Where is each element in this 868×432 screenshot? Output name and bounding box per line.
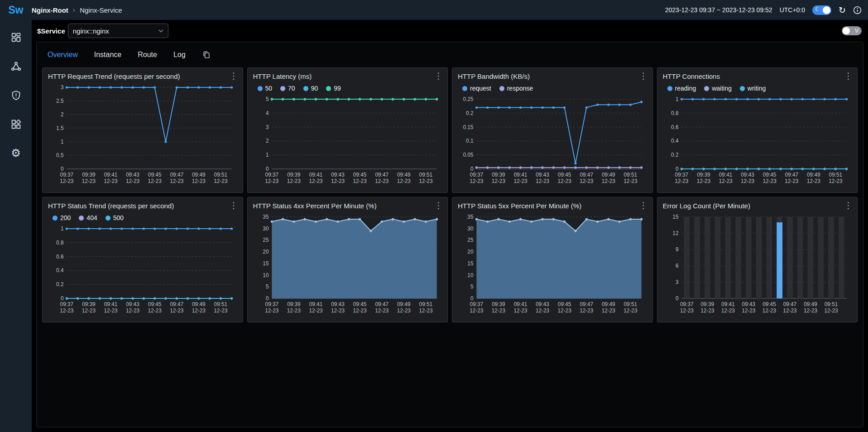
svg-text:12-23: 12-23: [470, 307, 484, 314]
svg-text:12-23: 12-23: [397, 307, 411, 314]
legend-dot: [499, 86, 504, 91]
tab-log[interactable]: Log: [173, 51, 186, 59]
svg-text:12-23: 12-23: [824, 307, 838, 314]
breadcrumb-current[interactable]: Nginx-Service: [80, 6, 122, 14]
chart-title: HTTP Status Trend (requests per second): [48, 202, 237, 210]
chart-card: HTTP Status 4xx Percent Per Minute (%) ⋮…: [247, 197, 448, 322]
refresh-icon[interactable]: ↻: [839, 6, 846, 14]
svg-text:12-23: 12-23: [148, 178, 162, 184]
sidebar-item-alerting[interactable]: [10, 89, 22, 101]
chart-menu-button[interactable]: ⋮: [639, 72, 648, 80]
chart-canvas: 01234509:3712-2309:3912-2309:4112-2309:4…: [253, 94, 442, 186]
chart-title: Error Log Count (Per Minute): [663, 202, 852, 210]
svg-text:09:39: 09:39: [492, 172, 505, 178]
sidebar-item-marketplace[interactable]: [10, 118, 22, 130]
legend-item[interactable]: response: [499, 85, 533, 92]
breadcrumb: Nginx-Root › Nginx-Service: [32, 6, 122, 14]
copy-icon[interactable]: [202, 50, 211, 59]
svg-text:12-23: 12-23: [419, 178, 433, 184]
tab-route[interactable]: Route: [138, 51, 157, 59]
time-range-picker[interactable]: 2023-12-23 09:37 ~ 2023-12-23 09:52: [665, 6, 772, 14]
svg-text:09:39: 09:39: [82, 301, 96, 307]
legend-item[interactable]: 200: [53, 214, 71, 221]
svg-text:09:45: 09:45: [148, 301, 162, 307]
svg-text:12-23: 12-23: [623, 178, 638, 184]
chart-menu-button[interactable]: ⋮: [639, 201, 648, 210]
svg-text:0.4: 0.4: [671, 138, 679, 144]
svg-text:3: 3: [265, 124, 269, 130]
legend-dot: [79, 216, 84, 221]
svg-text:12-23: 12-23: [492, 178, 506, 184]
breadcrumb-root[interactable]: Nginx-Root: [32, 6, 68, 14]
svg-text:09:43: 09:43: [536, 301, 549, 307]
chart-menu-button[interactable]: ⋮: [844, 201, 853, 210]
svg-text:12-23: 12-23: [331, 307, 345, 314]
moon-icon: ☾: [815, 6, 820, 13]
sidebar-item-topology[interactable]: [10, 60, 22, 72]
legend-item[interactable]: 404: [79, 214, 97, 221]
svg-text:09:41: 09:41: [104, 172, 118, 178]
svg-text:12-23: 12-23: [397, 178, 411, 184]
chart-plot: 0510152025303509:3712-2309:3912-2309:411…: [458, 211, 647, 316]
service-select[interactable]: nginx::nginx: [68, 24, 168, 38]
timezone-label[interactable]: UTC+0:0: [780, 6, 805, 14]
tab-instance[interactable]: Instance: [94, 51, 121, 59]
sidebar-item-dashboards[interactable]: [10, 31, 22, 43]
chart-plot: 00.511.522.5309:3712-2309:3912-2309:4112…: [48, 82, 237, 186]
chart-title: HTTP Bandwidth (KB/s): [458, 72, 647, 80]
svg-text:12-23: 12-23: [82, 307, 96, 314]
svg-text:12-23: 12-23: [104, 178, 118, 184]
service-select-value: nginx::nginx: [73, 27, 109, 35]
legend-item[interactable]: 70: [280, 85, 295, 92]
svg-text:12-23: 12-23: [375, 307, 389, 314]
dashboard-grid-icon: [10, 32, 22, 43]
legend-item[interactable]: writing: [740, 85, 766, 92]
svg-text:12-23: 12-23: [287, 307, 301, 314]
legend-item[interactable]: 500: [106, 214, 124, 221]
legend-item[interactable]: 50: [258, 85, 273, 92]
legend-item[interactable]: reading: [667, 85, 696, 92]
chart-menu-button[interactable]: ⋮: [434, 201, 443, 210]
info-icon[interactable]: [853, 6, 862, 14]
app-header: Sw Nginx-Root › Nginx-Service 2023-12-23…: [0, 0, 868, 20]
chart-menu-button[interactable]: ⋮: [230, 201, 238, 210]
svg-text:15: 15: [672, 214, 679, 220]
svg-text:12-23: 12-23: [675, 178, 689, 184]
svg-text:12-23: 12-23: [536, 307, 550, 314]
svg-text:09:49: 09:49: [397, 172, 411, 178]
svg-text:12-23: 12-23: [721, 307, 735, 314]
chart-menu-button[interactable]: ⋮: [230, 72, 238, 80]
svg-text:5: 5: [470, 283, 474, 290]
svg-text:35: 35: [467, 214, 474, 220]
legend-item[interactable]: 99: [326, 85, 341, 92]
svg-text:0: 0: [265, 166, 269, 172]
chart-legend: 200404500: [53, 214, 237, 221]
svg-text:15: 15: [263, 260, 269, 267]
svg-text:12-23: 12-23: [214, 307, 228, 314]
chart-menu-button[interactable]: ⋮: [434, 72, 443, 80]
svg-text:09:49: 09:49: [807, 172, 820, 178]
legend-item[interactable]: 90: [303, 85, 318, 92]
legend-item[interactable]: request: [462, 85, 491, 92]
svg-text:09:49: 09:49: [804, 301, 817, 307]
legend-label: 70: [288, 85, 295, 92]
tab-overview[interactable]: Overview: [48, 51, 78, 59]
legend-dot: [326, 86, 331, 91]
legend-item[interactable]: waiting: [704, 85, 732, 92]
sidebar-item-settings[interactable]: ⚙: [10, 147, 22, 159]
svg-text:12-23: 12-23: [783, 307, 797, 314]
chart-canvas: 0510152025303509:3712-2309:3912-2309:411…: [253, 211, 442, 316]
skywalking-logo[interactable]: Sw: [0, 4, 32, 16]
tabs: OverviewInstanceRouteLog: [48, 51, 186, 59]
svg-text:12-23: 12-23: [375, 178, 389, 184]
chart-menu-button[interactable]: ⋮: [844, 72, 853, 80]
svg-text:12-23: 12-23: [82, 178, 96, 184]
chart-title: HTTP Latency (ms): [253, 72, 442, 80]
svg-text:12-23: 12-23: [742, 307, 756, 314]
svg-text:25: 25: [263, 237, 269, 243]
svg-text:09:43: 09:43: [742, 301, 755, 307]
legend-label: request: [470, 85, 491, 92]
svg-text:5: 5: [265, 283, 269, 290]
version-toggle[interactable]: V: [842, 26, 862, 35]
theme-toggle[interactable]: ☾: [812, 5, 831, 15]
